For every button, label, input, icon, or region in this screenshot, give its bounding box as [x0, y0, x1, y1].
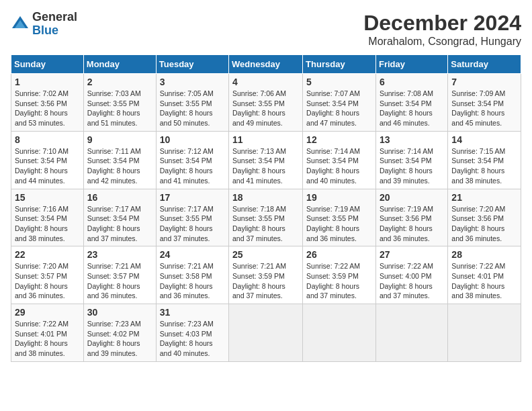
day-info: Sunrise: 7:21 AMSunset: 3:59 PMDaylight:… — [232, 261, 299, 301]
day-info: Sunrise: 7:05 AMSunset: 3:55 PMDaylight:… — [160, 89, 225, 128]
calendar-cell: 31Sunrise: 7:23 AMSunset: 4:03 PMDayligh… — [156, 304, 228, 362]
day-info: Sunrise: 7:23 AMSunset: 4:02 PMDaylight:… — [87, 319, 152, 359]
calendar-cell: 13Sunrise: 7:14 AMSunset: 3:54 PMDayligh… — [375, 131, 447, 189]
calendar-cell: 12Sunrise: 7:14 AMSunset: 3:54 PMDayligh… — [303, 131, 376, 189]
calendar-cell: 17Sunrise: 7:17 AMSunset: 3:55 PMDayligh… — [156, 189, 228, 246]
calendar-cell: 4Sunrise: 7:06 AMSunset: 3:55 PMDaylight… — [229, 74, 303, 132]
day-number: 5 — [306, 77, 372, 87]
day-info: Sunrise: 7:19 AMSunset: 3:56 PMDaylight:… — [380, 204, 444, 244]
day-info: Sunrise: 7:06 AMSunset: 3:55 PMDaylight:… — [232, 89, 299, 128]
day-number: 17 — [160, 192, 225, 203]
day-info: Sunrise: 7:21 AMSunset: 3:57 PMDaylight:… — [87, 261, 152, 301]
col-monday: Monday — [83, 55, 156, 74]
calendar-cell: 26Sunrise: 7:22 AMSunset: 3:59 PMDayligh… — [303, 246, 376, 304]
day-number: 16 — [87, 192, 152, 203]
day-number: 11 — [232, 134, 299, 145]
day-number: 31 — [160, 307, 225, 318]
calendar-cell: 25Sunrise: 7:21 AMSunset: 3:59 PMDayligh… — [229, 246, 303, 304]
calendar-cell — [375, 304, 447, 362]
day-number: 19 — [306, 192, 372, 203]
day-number: 25 — [232, 249, 299, 260]
calendar-cell: 11Sunrise: 7:13 AMSunset: 3:54 PMDayligh… — [229, 131, 303, 189]
day-number: 14 — [451, 134, 517, 145]
calendar-cell: 22Sunrise: 7:20 AMSunset: 3:57 PMDayligh… — [11, 246, 84, 304]
calendar-header-row: Sunday Monday Tuesday Wednesday Thursday… — [11, 55, 521, 74]
calendar-cell: 15Sunrise: 7:16 AMSunset: 3:54 PMDayligh… — [11, 189, 84, 246]
calendar-cell: 6Sunrise: 7:08 AMSunset: 3:54 PMDaylight… — [375, 74, 447, 132]
day-number: 3 — [160, 77, 225, 87]
calendar-cell: 20Sunrise: 7:19 AMSunset: 3:56 PMDayligh… — [375, 189, 447, 246]
col-saturday: Saturday — [448, 55, 521, 74]
calendar-week-3: 15Sunrise: 7:16 AMSunset: 3:54 PMDayligh… — [11, 189, 521, 246]
calendar-cell: 14Sunrise: 7:15 AMSunset: 3:54 PMDayligh… — [448, 131, 521, 189]
main-title: December 2024 — [363, 11, 521, 36]
day-info: Sunrise: 7:22 AMSunset: 3:59 PMDaylight:… — [306, 261, 372, 301]
calendar-cell: 18Sunrise: 7:18 AMSunset: 3:55 PMDayligh… — [229, 189, 303, 246]
day-number: 9 — [87, 134, 152, 145]
calendar-week-5: 29Sunrise: 7:22 AMSunset: 4:01 PMDayligh… — [11, 304, 521, 362]
day-number: 8 — [15, 134, 80, 145]
calendar-week-1: 1Sunrise: 7:02 AMSunset: 3:56 PMDaylight… — [11, 74, 521, 132]
calendar-week-2: 8Sunrise: 7:10 AMSunset: 3:54 PMDaylight… — [11, 131, 521, 189]
day-number: 21 — [451, 192, 517, 203]
col-tuesday: Tuesday — [156, 55, 228, 74]
calendar-cell: 7Sunrise: 7:09 AMSunset: 3:54 PMDaylight… — [448, 74, 521, 132]
day-info: Sunrise: 7:11 AMSunset: 3:54 PMDaylight:… — [87, 146, 152, 186]
day-number: 1 — [15, 77, 80, 87]
calendar-cell: 16Sunrise: 7:17 AMSunset: 3:54 PMDayligh… — [83, 189, 156, 246]
day-number: 23 — [87, 249, 152, 260]
day-number: 15 — [15, 192, 80, 203]
calendar-table: Sunday Monday Tuesday Wednesday Thursday… — [11, 54, 521, 362]
day-number: 28 — [451, 249, 517, 260]
day-info: Sunrise: 7:18 AMSunset: 3:55 PMDaylight:… — [232, 204, 299, 244]
day-info: Sunrise: 7:14 AMSunset: 3:54 PMDaylight:… — [380, 146, 444, 186]
calendar-cell: 30Sunrise: 7:23 AMSunset: 4:02 PMDayligh… — [83, 304, 156, 362]
calendar-cell: 5Sunrise: 7:07 AMSunset: 3:54 PMDaylight… — [303, 74, 376, 132]
day-number: 13 — [380, 134, 444, 145]
day-info: Sunrise: 7:15 AMSunset: 3:54 PMDaylight:… — [451, 146, 517, 186]
day-number: 26 — [306, 249, 372, 260]
logo-blue-text: Blue — [32, 24, 77, 38]
day-info: Sunrise: 7:13 AMSunset: 3:54 PMDaylight:… — [232, 146, 299, 186]
day-info: Sunrise: 7:02 AMSunset: 3:56 PMDaylight:… — [15, 89, 80, 128]
day-number: 20 — [380, 192, 444, 203]
col-sunday: Sunday — [11, 55, 84, 74]
col-friday: Friday — [375, 55, 447, 74]
page-header: General Blue December 2024 Morahalom, Cs… — [11, 11, 521, 48]
logo: General Blue — [11, 11, 77, 38]
calendar-cell: 2Sunrise: 7:03 AMSunset: 3:55 PMDaylight… — [83, 74, 156, 132]
day-info: Sunrise: 7:16 AMSunset: 3:54 PMDaylight:… — [15, 204, 80, 244]
day-number: 24 — [160, 249, 225, 260]
calendar-cell: 10Sunrise: 7:12 AMSunset: 3:54 PMDayligh… — [156, 131, 228, 189]
calendar-week-4: 22Sunrise: 7:20 AMSunset: 3:57 PMDayligh… — [11, 246, 521, 304]
day-info: Sunrise: 7:19 AMSunset: 3:55 PMDaylight:… — [306, 204, 372, 244]
calendar-cell: 21Sunrise: 7:20 AMSunset: 3:56 PMDayligh… — [448, 189, 521, 246]
day-info: Sunrise: 7:22 AMSunset: 4:01 PMDaylight:… — [451, 261, 517, 301]
day-number: 12 — [306, 134, 372, 145]
calendar-cell: 8Sunrise: 7:10 AMSunset: 3:54 PMDaylight… — [11, 131, 84, 189]
day-number: 18 — [232, 192, 299, 203]
calendar-cell — [448, 304, 521, 362]
day-number: 22 — [15, 249, 80, 260]
calendar-cell: 19Sunrise: 7:19 AMSunset: 3:55 PMDayligh… — [303, 189, 376, 246]
day-number: 27 — [380, 249, 444, 260]
day-number: 10 — [160, 134, 225, 145]
calendar-cell: 27Sunrise: 7:22 AMSunset: 4:00 PMDayligh… — [375, 246, 447, 304]
calendar-cell: 24Sunrise: 7:21 AMSunset: 3:58 PMDayligh… — [156, 246, 228, 304]
calendar-cell: 9Sunrise: 7:11 AMSunset: 3:54 PMDaylight… — [83, 131, 156, 189]
day-number: 4 — [232, 77, 299, 87]
col-wednesday: Wednesday — [229, 55, 303, 74]
day-info: Sunrise: 7:20 AMSunset: 3:56 PMDaylight:… — [451, 204, 517, 244]
day-info: Sunrise: 7:20 AMSunset: 3:57 PMDaylight:… — [15, 261, 80, 301]
day-info: Sunrise: 7:17 AMSunset: 3:54 PMDaylight:… — [87, 204, 152, 244]
logo-text: General Blue — [32, 11, 77, 38]
day-info: Sunrise: 7:22 AMSunset: 4:00 PMDaylight:… — [380, 261, 444, 301]
subtitle: Morahalom, Csongrad, Hungary — [363, 36, 521, 48]
day-info: Sunrise: 7:03 AMSunset: 3:55 PMDaylight:… — [87, 89, 152, 128]
day-info: Sunrise: 7:22 AMSunset: 4:01 PMDaylight:… — [15, 319, 80, 359]
day-number: 6 — [380, 77, 444, 87]
day-info: Sunrise: 7:09 AMSunset: 3:54 PMDaylight:… — [451, 89, 517, 128]
calendar-cell: 1Sunrise: 7:02 AMSunset: 3:56 PMDaylight… — [11, 74, 84, 132]
calendar-cell — [303, 304, 376, 362]
calendar-cell: 3Sunrise: 7:05 AMSunset: 3:55 PMDaylight… — [156, 74, 228, 132]
